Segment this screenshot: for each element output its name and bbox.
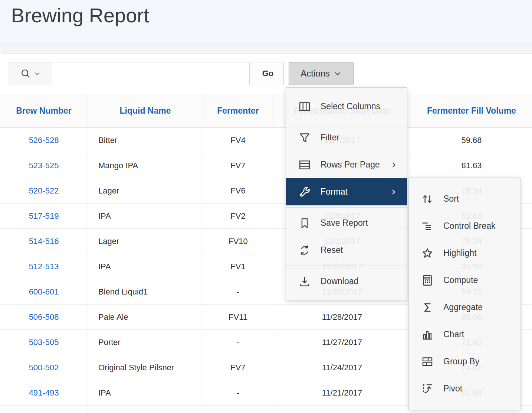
fermenter-cell: FV10	[203, 229, 273, 254]
menu-item-label: Rows Per Page	[321, 160, 380, 170]
magnifier-icon	[20, 68, 31, 79]
menu-item-filter[interactable]: Filter	[286, 124, 407, 151]
brew-number-link[interactable]: 503-505	[0, 330, 88, 355]
menu-item-label: Group By	[443, 357, 512, 367]
control-break-icon	[421, 220, 434, 232]
empty-cell	[203, 406, 273, 413]
brew-number-link[interactable]: 526-528	[0, 128, 88, 153]
chevron-down-icon	[334, 69, 342, 78]
menu-item-label: Aggregate	[443, 302, 512, 312]
go-button[interactable]: Go	[252, 62, 284, 85]
menu-separator	[286, 207, 407, 208]
table-row: 523-525Mango IPAFV712/6/201761.63	[0, 153, 532, 178]
reset-icon	[298, 244, 311, 257]
search-input[interactable]	[52, 62, 250, 85]
menu-item-label: Control Break	[443, 221, 512, 231]
fermenter-fill-volume-cell: 61.63	[411, 153, 532, 178]
chart-icon	[421, 328, 434, 341]
brew-number-link[interactable]: 514-516	[0, 229, 88, 254]
menu-item-label: Pivot	[443, 384, 512, 394]
search-options-button[interactable]	[8, 62, 52, 85]
liquid-name-cell: IPA	[88, 254, 203, 279]
brew-number-link[interactable]: 512-513	[0, 254, 88, 279]
menu-item-control-break[interactable]: Control Break	[409, 212, 520, 240]
column-header-brew-number[interactable]: Brew Number	[0, 94, 88, 127]
title-bar: Brewing Report	[0, 0, 532, 45]
liquid-name-cell: Porter	[88, 330, 203, 355]
actions-button[interactable]: Actions	[289, 62, 354, 85]
menu-item-format[interactable]: Format	[286, 178, 407, 205]
page-title: Brewing Report	[0, 0, 532, 27]
menu-item-chart[interactable]: Chart	[409, 321, 520, 348]
aggregate-icon	[421, 301, 434, 314]
fermenter-cell: FV11	[203, 305, 273, 329]
menu-item-label: Format	[321, 187, 380, 197]
search-bar: Go Actions	[8, 62, 354, 85]
liquid-name-cell: IPA	[88, 380, 203, 405]
menu-item-download[interactable]: Download	[286, 268, 407, 295]
chevron-right-icon	[390, 160, 398, 169]
empty-cell	[273, 406, 411, 413]
liquid-name-cell: Lager	[88, 229, 203, 254]
chevron-down-icon	[34, 70, 40, 77]
brew-number-link[interactable]: 500-502	[0, 355, 88, 380]
menu-item-group-by[interactable]: Group By	[409, 348, 520, 375]
menu-item-label: Compute	[443, 275, 512, 285]
menu-item-sort[interactable]: Sort	[409, 185, 520, 212]
menu-item-label: Save Report	[321, 218, 398, 228]
fermenter-cell: FV4	[203, 128, 273, 153]
highlight-icon	[421, 247, 434, 260]
fermentation-start-date-cell: 11/21/2017	[273, 380, 411, 405]
fermenter-cell: -	[203, 330, 273, 355]
menu-item-compute[interactable]: Compute	[409, 267, 520, 294]
menu-item-label: Download	[321, 276, 398, 286]
liquid-name-cell: IPA	[88, 204, 203, 228]
menu-item-save-report[interactable]: Save Report	[286, 209, 407, 237]
menu-item-label: Chart	[443, 329, 512, 339]
actions-button-label: Actions	[301, 68, 330, 79]
fermentation-start-date-cell: 11/27/2017	[273, 330, 411, 355]
brew-number-link[interactable]: 600-601	[0, 279, 88, 304]
filter-icon	[298, 131, 311, 144]
fermenter-cell: FV7	[203, 355, 273, 380]
brew-number-link[interactable]: 491-493	[0, 380, 88, 405]
liquid-name-cell: Original Style Pilsner	[88, 355, 203, 380]
brew-number-link[interactable]: 520-522	[0, 178, 88, 203]
menu-item-highlight[interactable]: Highlight	[409, 240, 520, 267]
pivot-icon	[421, 383, 434, 395]
compute-icon	[421, 274, 434, 287]
fermentation-start-date-cell: 11/24/2017	[273, 355, 411, 380]
download-icon	[298, 275, 311, 288]
report-toolbar-region: Go Actions	[1, 53, 532, 94]
liquid-name-cell: Blend Liquid1	[88, 279, 203, 304]
menu-item-pivot[interactable]: Pivot	[409, 375, 520, 402]
menu-item-select-columns[interactable]: Select Columns	[286, 93, 407, 120]
menu-item-rows-per-page[interactable]: Rows Per Page	[286, 151, 407, 178]
empty-cell	[88, 406, 203, 413]
format-submenu: SortControl BreakHighlightComputeAggrega…	[408, 178, 521, 410]
fermenter-cell: FV7	[203, 153, 273, 178]
group-by-icon	[421, 355, 434, 368]
brew-number-link[interactable]: 517-519	[0, 204, 88, 228]
brew-number-link[interactable]: 506-508	[0, 305, 88, 329]
fermentation-start-date-cell: 11/28/2017	[273, 305, 411, 329]
column-header-fermenter[interactable]: Fermenter	[203, 94, 273, 127]
brew-number-link[interactable]: 523-525	[0, 153, 88, 178]
liquid-name-cell: Lager	[88, 178, 203, 203]
sort-icon	[421, 193, 434, 205]
column-header-fermenter-fill-volume[interactable]: Fermenter Fill Volume	[411, 94, 532, 127]
menu-separator	[286, 122, 407, 122]
liquid-name-cell: Pale Ale	[88, 305, 203, 329]
fermenter-cell: FV1	[203, 254, 273, 279]
fermenter-fill-volume-cell: 59.68	[411, 128, 532, 153]
fermenter-cell: -	[203, 279, 273, 304]
table-header-row: Brew NumberLiquid NameFermenterFermentat…	[0, 94, 532, 128]
empty-cell	[0, 406, 88, 413]
column-header-liquid-name[interactable]: Liquid Name	[88, 94, 203, 127]
menu-item-reset[interactable]: Reset	[286, 237, 407, 264]
menu-item-label: Reset	[321, 245, 398, 255]
liquid-name-cell: Bitter	[88, 128, 203, 153]
region-focus-outline	[6, 58, 527, 58]
menu-item-aggregate[interactable]: Aggregate	[409, 294, 520, 321]
save-report-icon	[298, 217, 311, 230]
